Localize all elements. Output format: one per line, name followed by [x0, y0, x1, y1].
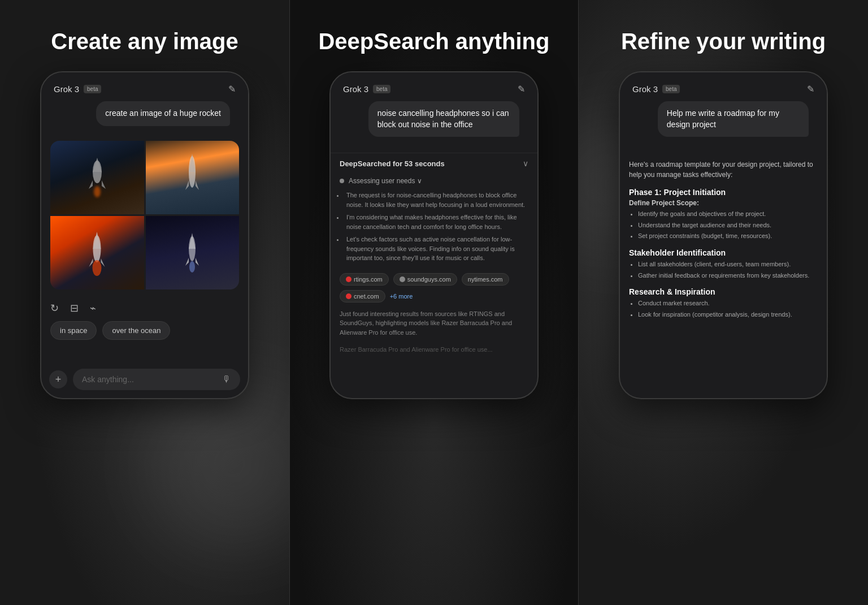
rocket-image-3: [50, 216, 144, 289]
grok-label-3: Grok 3: [632, 84, 658, 94]
svg-marker-16: [185, 258, 189, 266]
bullet-1: The request is for noise-cancelling head…: [344, 191, 528, 209]
svg-point-4: [94, 186, 101, 197]
user-message-1: create an image of a huge rocket: [96, 101, 230, 126]
section-refine-writing: Refine your writing Grok 3 beta ✎ Help m…: [579, 0, 868, 605]
rocket-svg-2: [184, 149, 201, 206]
source-cnet: cnet.com: [340, 290, 385, 302]
phase-3: Research & Inspiration Conduct market re…: [629, 287, 818, 319]
user-message-2: noise cancelling headphones so i can blo…: [368, 101, 519, 137]
phone-mockup-2: Grok 3 beta ✎ noise cancelling headphone…: [329, 71, 539, 399]
phase-2-bullet-1: List all stakeholders (client, end-users…: [638, 260, 818, 270]
chevron-icon[interactable]: ∨: [523, 159, 528, 168]
input-bar-1: + Ask anything... 🎙: [41, 363, 248, 398]
phase-3-title: Research & Inspiration: [629, 287, 818, 296]
search-bullet-list: The request is for noise-cancelling head…: [331, 188, 537, 269]
add-button-1[interactable]: +: [49, 370, 67, 388]
user-message-3: Help me write a roadmap for my design pr…: [658, 101, 809, 137]
status-dot: [340, 179, 344, 183]
phase-1: Phase 1: Project Initiation Define Proje…: [629, 188, 818, 241]
refresh-icon[interactable]: ↻: [50, 302, 59, 314]
svg-marker-2: [89, 180, 93, 189]
source-nytimes: nytimes.com: [462, 273, 509, 286]
beta-badge-3: beta: [662, 85, 680, 93]
image-grid: [50, 141, 239, 289]
result-text-faded: Razer Barracuda Pro and Alienware Pro fo…: [331, 343, 537, 357]
svg-point-13: [92, 260, 101, 276]
phone-content-2: noise cancelling headphones so i can blo…: [331, 101, 537, 398]
svg-marker-7: [185, 180, 189, 190]
roadmap-intro: Here's a roadmap template for your desig…: [629, 159, 818, 180]
phase-2-bullet-2: Gather initial feedback or requirements …: [638, 271, 818, 281]
suggestion-over-ocean[interactable]: over the ocean: [102, 321, 170, 340]
grok-label-2: Grok 3: [343, 84, 368, 94]
phase-1-title: Phase 1: Project Initiation: [629, 188, 818, 197]
svg-marker-8: [196, 180, 199, 190]
phase-1-bullet-2: Understand the target audience and their…: [638, 221, 818, 231]
phase-1-bullet-3: Set project constraints (budget, time, r…: [638, 231, 818, 241]
phone-header-1: Grok 3 beta ✎: [41, 72, 248, 101]
source-soundguys: soundguys.com: [393, 273, 457, 286]
suggestion-in-space[interactable]: in space: [50, 321, 97, 340]
source-rtings: rtings.com: [340, 273, 389, 286]
rtings-dot: [346, 276, 351, 282]
phone-content-1: create an image of a huge rocket: [41, 101, 248, 398]
section-1-title: Create any image: [51, 28, 238, 54]
status-text: Assessing user needs ∨: [349, 177, 422, 185]
svg-marker-12: [101, 258, 105, 267]
app-name-1: Grok 3 beta: [54, 84, 101, 94]
copy-icon[interactable]: ⊟: [70, 302, 79, 314]
more-sources[interactable]: +6 more: [390, 291, 413, 302]
phase-3-bullet-2: Look for inspiration (competitor analysi…: [638, 310, 818, 320]
rocket-image-1: [50, 141, 144, 214]
rocket-image-2: [146, 141, 240, 214]
input-placeholder-1: Ask anything...: [82, 375, 134, 384]
rocket-svg-1: [86, 155, 108, 200]
deepsearch-header: DeepSearched for 53 seconds ∨: [331, 153, 537, 174]
sources-row: rtings.com soundguys.com nytimes.com cne…: [331, 269, 537, 307]
edit-icon-3[interactable]: ✎: [807, 84, 814, 94]
phone-actions: ↻ ⊟ ⌁: [41, 297, 248, 321]
phase-1-subtitle: Define Project Scope:: [629, 199, 818, 207]
phase-1-bullet-1: Identify the goals and objectives of the…: [638, 209, 818, 219]
phase-3-bullet-1: Conduct market research.: [638, 299, 818, 309]
cnet-dot: [346, 293, 351, 299]
phase-2-title: Stakeholder Identification: [629, 248, 818, 257]
beta-badge-1: beta: [84, 85, 101, 93]
mic-icon-1[interactable]: 🎙: [222, 374, 231, 384]
result-text: Just found interesting results from sour…: [331, 307, 537, 340]
rocket-svg-3: [87, 227, 107, 278]
svg-marker-17: [196, 258, 199, 266]
svg-marker-3: [102, 180, 106, 189]
rocket-svg-4: [184, 227, 201, 278]
edit-icon-1[interactable]: ✎: [228, 84, 236, 94]
section-create-image: Create any image Grok 3 beta ✎ create an…: [0, 0, 289, 605]
phase-1-bullets: Identify the goals and objectives of the…: [629, 209, 818, 241]
status-row: Assessing user needs ∨: [331, 174, 537, 188]
phase-2-bullets: List all stakeholders (client, end-users…: [629, 260, 818, 280]
grok-logo-1: Grok 3: [54, 84, 79, 94]
suggestions-row: in space over the ocean: [41, 321, 248, 348]
roadmap-content: Here's a roadmap template for your desig…: [620, 153, 827, 398]
bullet-3: Let's check factors such as active noise…: [344, 235, 528, 263]
phone-header-2: Grok 3 beta ✎: [331, 72, 537, 101]
phone-content-3: Help me write a roadmap for my design pr…: [620, 101, 827, 398]
rocket-image-4: [146, 216, 240, 289]
svg-marker-11: [89, 258, 93, 267]
section-deepsearch: DeepSearch anything Grok 3 beta ✎ noise …: [289, 0, 579, 605]
beta-badge-2: beta: [373, 85, 390, 93]
phase-3-bullets: Conduct market research. Look for inspir…: [629, 299, 818, 319]
app-name-2: Grok 3 beta: [343, 84, 390, 94]
edit-icon-2[interactable]: ✎: [518, 84, 525, 94]
bg-decoration: [148, 379, 289, 548]
phone-mockup-1: Grok 3 beta ✎ create an image of a huge …: [40, 71, 249, 399]
section-3-title: Refine your writing: [621, 28, 826, 54]
phone-mockup-3: Grok 3 beta ✎ Help me write a roadmap fo…: [619, 71, 828, 399]
phone-header-3: Grok 3 beta ✎: [620, 72, 827, 101]
svg-point-18: [189, 261, 195, 273]
chat-input-1[interactable]: Ask anything... 🎙: [73, 369, 240, 390]
section-2-title: DeepSearch anything: [318, 28, 549, 54]
share-icon[interactable]: ⌁: [90, 302, 96, 314]
bullet-2: I'm considering what makes headphones ef…: [344, 213, 528, 231]
app-name-3: Grok 3 beta: [632, 84, 680, 94]
